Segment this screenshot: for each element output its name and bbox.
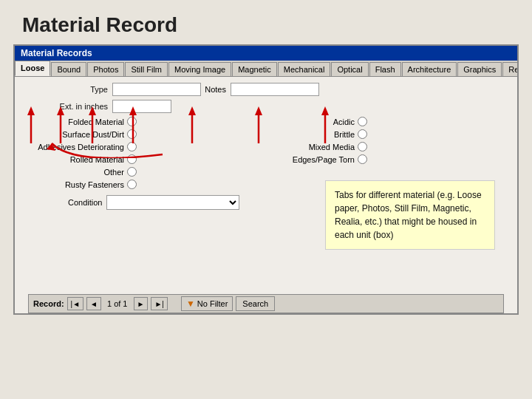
tab-magnetic[interactable]: Magnetic xyxy=(232,62,277,76)
adhesives-label: Adhesives Deteriorating xyxy=(24,143,127,151)
search-button[interactable]: Search xyxy=(236,296,275,311)
edges-torn-radio[interactable] xyxy=(358,154,367,164)
filter-icon: ▼ xyxy=(186,299,195,309)
surface-dust-label: Surface Dust/Dirt xyxy=(24,130,127,139)
radio-brittle: Brittle xyxy=(269,129,508,139)
tab-photos[interactable]: Photos xyxy=(87,62,124,76)
radio-mixed-media: Mixed Media xyxy=(269,142,508,151)
radio-other: Other xyxy=(24,167,263,177)
radio-edges-torn: Edges/Page Torn xyxy=(269,154,508,164)
other-label: Other xyxy=(24,168,127,177)
page-title: Material Record xyxy=(0,0,532,44)
nav-first-button[interactable]: |◄ xyxy=(67,297,84,310)
edges-torn-label: Edges/Page Torn xyxy=(269,155,358,164)
rusty-fasteners-label: Rusty Fasteners xyxy=(24,180,127,189)
no-filter-button[interactable]: ▼ No Filter xyxy=(181,296,233,311)
nav-last-button[interactable]: ►| xyxy=(151,297,168,310)
type-input[interactable] xyxy=(112,83,201,96)
folded-material-radio[interactable] xyxy=(127,117,137,126)
adhesives-radio[interactable] xyxy=(127,142,137,151)
radio-rolled-material: Rolled Material xyxy=(24,154,263,164)
radio-rusty-fasteners: Rusty Fasteners xyxy=(24,180,263,189)
radio-col-left: Folded Material Surface Dust/Dirt Adhesi… xyxy=(24,117,263,192)
tab-moving-image[interactable]: Moving Image xyxy=(168,62,231,76)
record-label: Record: xyxy=(33,299,64,308)
no-filter-label: No Filter xyxy=(197,299,228,308)
tooltip-text: Tabs for different material (e.g. Loose … xyxy=(335,190,482,240)
acidic-label: Acidic xyxy=(269,117,358,126)
window-titlebar: Material Records xyxy=(15,46,517,61)
mixed-media-radio[interactable] xyxy=(358,142,367,151)
rolled-material-radio[interactable] xyxy=(127,154,137,164)
tab-flash[interactable]: Flash xyxy=(369,62,401,76)
tab-mechanical[interactable]: Mechanical xyxy=(278,62,331,76)
status-bar: Record: |◄ ◄ 1 of 1 ► ►| ▼ No Filter Sea… xyxy=(28,294,504,313)
tab-optical[interactable]: Optical xyxy=(331,62,368,76)
ext-row: Ext. in inches xyxy=(24,100,508,113)
tab-graphics[interactable]: Graphics xyxy=(457,62,502,76)
acidic-radio[interactable] xyxy=(358,117,367,126)
nav-prev-button[interactable]: ◄ xyxy=(86,297,101,310)
form-body: Type Notes Ext. in inches Folded Materia… xyxy=(15,77,517,313)
rusty-fasteners-radio[interactable] xyxy=(127,180,137,189)
page-info: 1 of 1 xyxy=(104,299,131,308)
mixed-media-label: Mixed Media xyxy=(269,143,358,151)
type-label: Type xyxy=(24,85,112,94)
surface-dust-radio[interactable] xyxy=(127,129,137,139)
notes-label: Notes xyxy=(201,85,231,94)
page-background: Material Record Material Records Loose B… xyxy=(0,0,532,399)
nav-next-button[interactable]: ► xyxy=(134,297,149,310)
tab-loose[interactable]: Loose xyxy=(15,61,50,76)
condition-select[interactable]: Good Fair Poor xyxy=(106,195,239,210)
form-window: Material Records Loose Bound Photos Stil… xyxy=(13,44,519,315)
tabs-row: Loose Bound Photos Still Film Moving Ima… xyxy=(15,61,517,77)
other-radio[interactable] xyxy=(127,167,137,177)
radio-acidic: Acidic xyxy=(269,117,508,126)
rolled-material-label: Rolled Material xyxy=(24,155,127,164)
folded-material-label: Folded Material xyxy=(24,117,127,126)
tab-realia[interactable]: Realia xyxy=(502,62,517,76)
brittle-label: Brittle xyxy=(269,130,358,139)
condition-label: Condition xyxy=(68,198,102,207)
tooltip-box: Tabs for different material (e.g. Loose … xyxy=(325,180,495,250)
ext-input[interactable] xyxy=(112,100,171,113)
radio-folded-material: Folded Material xyxy=(24,117,263,126)
radio-adhesives: Adhesives Deteriorating xyxy=(24,142,263,151)
radio-surface-dust: Surface Dust/Dirt xyxy=(24,129,263,139)
tab-still-film[interactable]: Still Film xyxy=(125,62,168,76)
type-notes-row: Type Notes xyxy=(24,83,508,96)
notes-input[interactable] xyxy=(231,83,319,96)
tab-bound[interactable]: Bound xyxy=(51,62,86,76)
brittle-radio[interactable] xyxy=(358,129,367,139)
ext-label: Ext. in inches xyxy=(24,102,112,111)
tab-architecture[interactable]: Architecture xyxy=(402,62,457,76)
